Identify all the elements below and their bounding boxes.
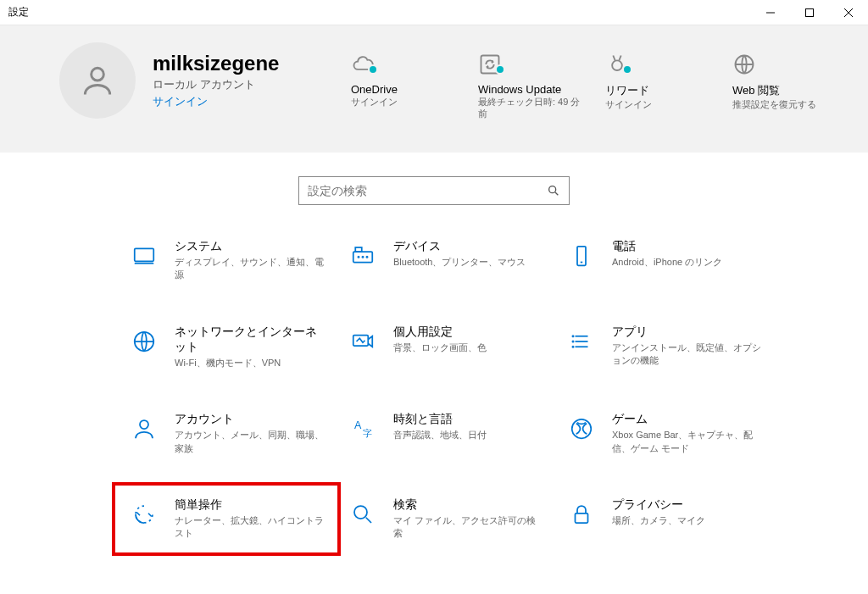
category-title: 電話 — [612, 239, 722, 254]
maximize-button[interactable] — [790, 0, 829, 25]
svg-point-6 — [612, 60, 622, 70]
status-title: リワード — [605, 83, 715, 98]
categories-grid: システムディスプレイ、サウンド、通知、電源 デバイスBluetooth、プリンタ… — [0, 222, 868, 541]
language-icon: A字 — [350, 416, 376, 441]
category-network[interactable]: ネットワークとインターネットWi-Fi、機内モード、VPN — [127, 325, 346, 369]
search-box[interactable] — [298, 176, 570, 205]
keyboard-icon — [350, 243, 376, 269]
user-name: milksizegene — [153, 52, 279, 75]
category-accounts[interactable]: アカウントアカウント、メール、同期、職場、家族 — [127, 412, 346, 455]
status-web-browsing[interactable]: Web 閲覧 推奨設定を復元する — [732, 49, 843, 120]
window-controls — [751, 0, 868, 25]
svg-point-25 — [572, 341, 573, 341]
category-privacy[interactable]: プライバシー場所、カメラ、マイク — [565, 497, 783, 541]
category-devices[interactable]: デバイスBluetooth、プリンター、マウス — [346, 239, 565, 282]
avatar — [59, 42, 136, 119]
category-personalization[interactable]: 個人用設定背景、ロック画面、色 — [346, 325, 565, 369]
person-icon — [79, 62, 116, 99]
status-onedrive[interactable]: OneDrive サインイン — [351, 49, 461, 120]
svg-text:字: 字 — [363, 428, 372, 438]
phone-icon — [569, 243, 594, 269]
category-gaming[interactable]: ゲームXbox Game Bar、キャプチャ、配信、ゲーム モード — [565, 412, 783, 455]
svg-point-24 — [572, 336, 573, 336]
status-rewards[interactable]: リワード サインイン — [605, 49, 715, 120]
svg-point-4 — [92, 68, 104, 80]
status-sub: 推奨設定を復元する — [732, 98, 843, 110]
svg-rect-33 — [576, 514, 588, 523]
category-title: アカウント — [175, 412, 326, 427]
svg-rect-1 — [806, 8, 814, 16]
person-icon — [131, 416, 157, 441]
category-desc: Android、iPhone のリンク — [612, 256, 722, 269]
status-title: Web 閲覧 — [732, 83, 843, 98]
status-windows-update[interactable]: Windows Update 最終チェック日時: 49 分前 — [478, 49, 588, 120]
search-input[interactable] — [308, 184, 547, 197]
close-button[interactable] — [829, 0, 868, 25]
user-info: milksizegene ローカル アカウント サインイン — [153, 52, 279, 109]
svg-point-30 — [572, 419, 592, 439]
category-desc: ディスプレイ、サウンド、通知、電源 — [175, 256, 326, 282]
status-sub: サインイン — [351, 96, 461, 108]
category-desc: Wi-Fi、機内モード、VPN — [175, 357, 326, 369]
brush-icon — [350, 329, 376, 354]
category-title: デバイス — [393, 239, 526, 254]
category-desc: Bluetooth、プリンター、マウス — [393, 256, 526, 269]
display-icon — [131, 243, 157, 269]
category-ease-of-access[interactable]: 簡単操作ナレーター、拡大鏡、ハイコントラスト — [127, 497, 346, 541]
svg-point-15 — [362, 257, 363, 258]
category-system[interactable]: システムディスプレイ、サウンド、通知、電源 — [127, 239, 346, 282]
window-title: 設定 — [0, 5, 751, 19]
category-apps[interactable]: アプリアンインストール、既定値、オプションの機能 — [565, 325, 783, 369]
category-desc: アンインストール、既定値、オプションの機能 — [612, 341, 763, 368]
user-block[interactable]: milksizegene ローカル アカウント サインイン — [59, 42, 351, 119]
xbox-icon — [569, 416, 594, 441]
titlebar: 設定 — [0, 0, 868, 25]
category-phone[interactable]: 電話Android、iPhone のリンク — [565, 239, 783, 282]
user-account-type: ローカル アカウント — [153, 77, 279, 92]
header: milksizegene ローカル アカウント サインイン OneDrive サ… — [0, 25, 868, 153]
category-title: 簡単操作 — [175, 497, 326, 513]
accessibility-icon — [131, 502, 157, 527]
category-title: アプリ — [612, 325, 763, 340]
category-desc: マイ ファイル、アクセス許可の検索 — [393, 514, 544, 541]
svg-text:A: A — [354, 419, 362, 431]
svg-rect-13 — [355, 247, 362, 252]
category-desc: 音声認識、地域、日付 — [393, 429, 487, 441]
category-desc: Xbox Game Bar、キャプチャ、配信、ゲーム モード — [612, 429, 763, 455]
svg-rect-10 — [135, 248, 154, 261]
user-signin-link[interactable]: サインイン — [153, 94, 279, 109]
category-search[interactable]: 検索マイ ファイル、アクセス許可の検索 — [346, 497, 565, 541]
svg-point-8 — [549, 186, 556, 193]
category-title: 検索 — [393, 497, 544, 513]
category-desc: アカウント、メール、同期、職場、家族 — [175, 429, 326, 455]
category-title: ゲーム — [612, 412, 763, 427]
globe-icon — [732, 53, 756, 76]
svg-point-31 — [354, 506, 367, 519]
category-desc: 場所、カメラ、マイク — [612, 514, 705, 527]
category-title: プライバシー — [612, 497, 705, 513]
apps-icon — [569, 329, 594, 354]
status-sub: 最終チェック日時: 49 分前 — [478, 96, 588, 120]
category-title: 時刻と言語 — [393, 412, 487, 427]
status-title: OneDrive — [351, 83, 461, 96]
status-sub: サインイン — [605, 98, 715, 110]
svg-line-9 — [555, 192, 558, 195]
category-desc: ナレーター、拡大鏡、ハイコントラスト — [175, 514, 326, 541]
search-icon — [547, 184, 560, 197]
lock-icon — [569, 502, 594, 527]
category-title: ネットワークとインターネット — [175, 325, 326, 355]
svg-point-14 — [358, 257, 359, 258]
category-desc: 背景、ロック画面、色 — [393, 341, 487, 354]
globe-icon — [131, 329, 157, 354]
category-title: システム — [175, 239, 326, 254]
svg-point-26 — [572, 346, 573, 347]
category-time-language[interactable]: A字 時刻と言語音声認識、地域、日付 — [346, 412, 565, 455]
minimize-button[interactable] — [751, 0, 790, 25]
svg-point-27 — [140, 420, 148, 429]
svg-point-16 — [366, 257, 367, 258]
svg-line-32 — [366, 518, 371, 523]
category-title: 個人用設定 — [393, 325, 487, 340]
search-icon — [350, 502, 376, 527]
status-title: Windows Update — [478, 83, 588, 96]
